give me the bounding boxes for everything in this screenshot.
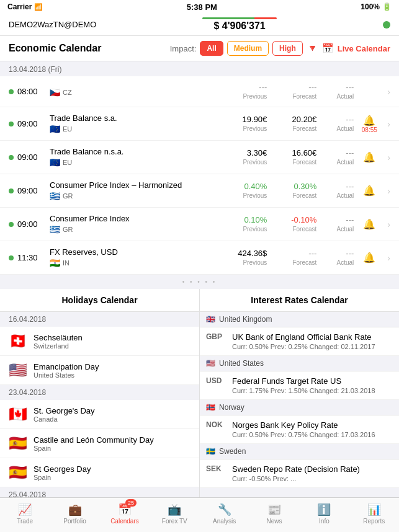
country-flag: 🇬🇷 bbox=[50, 224, 60, 234]
calendar-icon[interactable]: 📅 bbox=[322, 43, 334, 54]
holiday-info: Sechseläuten Switzerland bbox=[34, 333, 83, 350]
ir-country-section: 🇳🇴 Norway bbox=[200, 400, 399, 415]
nav-analysis[interactable]: 🔧 Analysis bbox=[203, 503, 246, 525]
event-country: 🇮🇳 IN bbox=[50, 258, 217, 268]
event-prev: 0.40% Previous bbox=[217, 182, 267, 200]
info-icon: ℹ️ bbox=[317, 503, 331, 516]
list-item[interactable]: USD Federal Funds Target Rate US Curr: 1… bbox=[200, 371, 399, 400]
calendar-header: Economic Calendar Impact: All Medium Hig… bbox=[0, 36, 399, 61]
country-name: United Kingdom bbox=[219, 315, 272, 324]
event-dot bbox=[9, 89, 14, 94]
nav-label-forex-tv: Forex TV bbox=[162, 518, 187, 525]
partial-event-row[interactable]: 08:00 🇨🇿 CZ --- Previous --- Forecast --… bbox=[0, 76, 399, 107]
event-info: Trade Balance s.a. 🇪🇺 EU bbox=[50, 113, 217, 134]
nav-label-info: Info bbox=[319, 518, 330, 525]
list-item[interactable]: 🇪🇸 St Georges Day Spain bbox=[0, 458, 199, 487]
event-forecast: 0.30% Forecast bbox=[267, 182, 316, 200]
bell-icon: 🔔 bbox=[363, 252, 375, 264]
list-item[interactable]: 🇪🇸 Castile and León Community Day Spain bbox=[0, 429, 199, 458]
table-row[interactable]: 09:00 Trade Balance s.a. 🇪🇺 EU 19.90€ Pr… bbox=[0, 107, 399, 141]
list-item[interactable]: 🇨🇦 St. George's Day Canada bbox=[0, 400, 199, 429]
list-item[interactable]: SEK Sweden Repo Rate (Decision Rate) Cur… bbox=[200, 459, 399, 488]
status-bar: Carrier 📶 5:38 PM 100% 🔋 bbox=[0, 0, 399, 14]
event-country: 🇨🇿 CZ bbox=[50, 87, 217, 97]
event-forecast: 20.20€ Forecast bbox=[267, 115, 316, 133]
ir-country-section: 🇺🇸 United States bbox=[200, 356, 399, 371]
ir-currency: NOK bbox=[206, 420, 228, 429]
holiday-date-section: 23.04.2018 bbox=[0, 385, 199, 400]
country-flag: 🇨🇦 bbox=[9, 406, 27, 423]
battery-label: 100% bbox=[361, 2, 380, 11]
event-actual: --- Actual bbox=[316, 249, 354, 267]
country-flag: 🇳🇴 bbox=[206, 403, 215, 412]
nav-portfolio[interactable]: 💼 Portfolio bbox=[53, 503, 97, 525]
nav-news[interactable]: 📰 News bbox=[253, 503, 296, 525]
event-time: 09:00 bbox=[17, 219, 50, 229]
event-alert[interactable]: 🔔 bbox=[354, 151, 385, 163]
nav-calendars[interactable]: 📅 25 Calendars bbox=[103, 503, 146, 525]
event-dot bbox=[9, 122, 14, 126]
calendars-icon-wrapper: 📅 25 bbox=[118, 503, 132, 516]
btn-high[interactable]: High bbox=[272, 41, 303, 56]
holidays-panel: Holidays Calendar 16.04.2018 🇨🇭 Sechselä… bbox=[0, 289, 200, 502]
bell-icon: 🔔 bbox=[363, 185, 375, 197]
ir-name: Federal Funds Target Rate US bbox=[232, 376, 341, 386]
event-forecast: 16.60€ Forecast bbox=[267, 148, 316, 166]
ir-details: Curr: 0.50% Prev: 0.25% Changed: 02.11.2… bbox=[206, 343, 393, 350]
event-actual: --- Actual bbox=[316, 115, 354, 133]
holiday-name: Castile and León Community Day bbox=[34, 435, 154, 445]
nav-label-reports: Reports bbox=[363, 518, 385, 525]
filter-icons[interactable]: 🔻 📅 bbox=[307, 43, 334, 54]
interest-rates-panel: Interest Rates Calendar 🇬🇧 United Kingdo… bbox=[200, 289, 399, 502]
portfolio-icon: 💼 bbox=[68, 503, 82, 516]
list-item[interactable]: 🇺🇸 Emancipation Day United States bbox=[0, 356, 199, 385]
event-alert[interactable]: 🔔 bbox=[354, 218, 385, 230]
btn-all[interactable]: All bbox=[200, 41, 223, 56]
account-balance: $ 4'906'371 bbox=[202, 20, 277, 32]
table-row[interactable]: 09:00 Trade Balance n.s.a. 🇪🇺 EU 3.30€ P… bbox=[0, 141, 399, 174]
calendar-title: Economic Calendar bbox=[9, 43, 101, 54]
ir-currency: GBP bbox=[206, 332, 228, 341]
ir-country-section: 🇬🇧 United Kingdom bbox=[200, 312, 399, 327]
nav-label-trade: Trade bbox=[17, 518, 33, 525]
holiday-info: Emancipation Day United States bbox=[34, 362, 99, 379]
alert-time: 08:55 bbox=[362, 126, 377, 133]
ir-country-section: 🇸🇪 Sweden bbox=[200, 444, 399, 459]
table-row[interactable]: 09:00 Consumer Price Index – Harmonized … bbox=[0, 174, 399, 208]
list-item[interactable]: GBP UK Bank of England Official Bank Rat… bbox=[200, 327, 399, 356]
nav-label-portfolio: Portfolio bbox=[63, 518, 86, 525]
nav-info[interactable]: ℹ️ Info bbox=[302, 503, 346, 525]
country-flag: 🇸🇪 bbox=[206, 447, 215, 456]
nav-forex-tv[interactable]: 📺 Forex TV bbox=[153, 503, 196, 525]
event-alert[interactable]: 🔔 bbox=[354, 185, 385, 197]
event-info: Consumer Price Index 🇬🇷 GR bbox=[50, 214, 217, 234]
holiday-country: Canada bbox=[34, 415, 95, 423]
event-name: Trade Balance n.s.a. bbox=[50, 147, 217, 156]
ir-currency: SEK bbox=[206, 464, 228, 473]
impact-row: Impact: All Medium High 🔻 📅 Live Calenda… bbox=[170, 41, 390, 56]
list-item[interactable]: NOK Norges Bank Key Policy Rate Curr: 0.… bbox=[200, 415, 399, 444]
account-name: DEMO2WazTN@DEMO bbox=[9, 20, 96, 29]
list-item[interactable]: 🇨🇭 Sechseläuten Switzerland bbox=[0, 327, 199, 356]
event-alert[interactable]: 🔔 bbox=[354, 252, 385, 264]
news-icon: 📰 bbox=[267, 503, 281, 516]
event-dot bbox=[9, 222, 14, 227]
analysis-icon: 🔧 bbox=[218, 503, 231, 516]
country-flag: 🇮🇳 bbox=[50, 258, 60, 268]
live-calendar-label[interactable]: Live Calendar bbox=[338, 44, 390, 53]
table-row[interactable]: 11:30 FX Reserves, USD 🇮🇳 IN 424.36$ Pre… bbox=[0, 241, 399, 275]
event-country: 🇪🇺 EU bbox=[50, 157, 217, 167]
ir-currency: USD bbox=[206, 376, 228, 385]
event-alert[interactable]: 🔔 08:55 bbox=[354, 115, 385, 133]
filter-icon[interactable]: 🔻 bbox=[307, 43, 318, 54]
country-name: United States bbox=[219, 359, 264, 368]
nav-reports[interactable]: 📊 Reports bbox=[352, 503, 396, 525]
btn-medium[interactable]: Medium bbox=[227, 41, 269, 56]
status-time: 5:38 PM bbox=[187, 2, 217, 12]
holiday-country: Switzerland bbox=[34, 342, 83, 350]
forex-tv-icon: 📺 bbox=[168, 503, 181, 516]
nav-trade[interactable]: 📈 Trade bbox=[3, 503, 47, 525]
table-row[interactable]: 09:00 Consumer Price Index 🇬🇷 GR 0.10% P… bbox=[0, 208, 399, 241]
country-name: Norway bbox=[219, 403, 244, 412]
calendars-badge: 25 bbox=[125, 499, 137, 507]
